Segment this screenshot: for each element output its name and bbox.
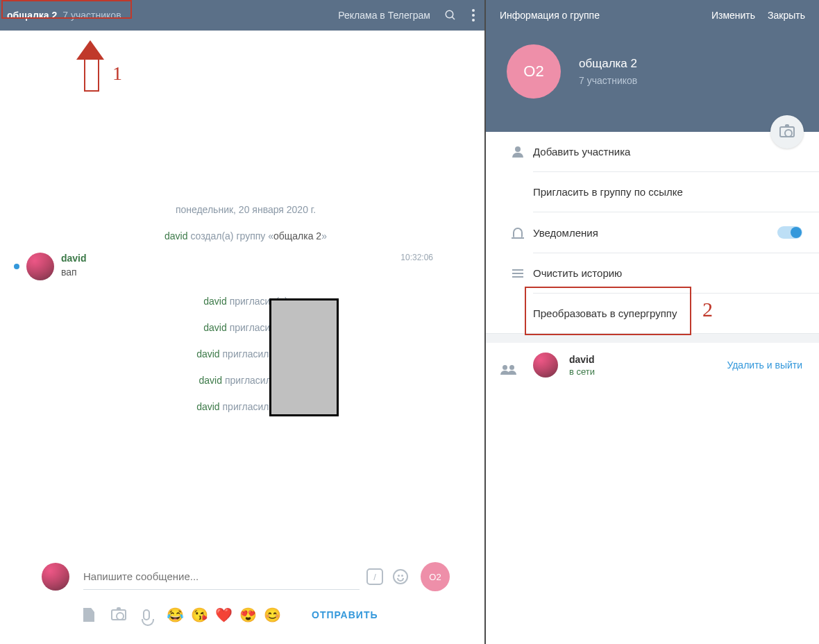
- convert-supergroup-row[interactable]: Преобразовать в супергруппу: [486, 294, 819, 333]
- emoji-item[interactable]: 😊: [264, 607, 281, 623]
- chat-body: понедельник, 20 января 2020 г. david соз…: [0, 31, 484, 555]
- more-options-icon[interactable]: [469, 6, 478, 24]
- info-panel-title: Информация о группе: [500, 10, 699, 21]
- avatar[interactable]: [42, 563, 69, 591]
- clear-history-row[interactable]: Очистить историю: [486, 253, 819, 293]
- emoji-item[interactable]: 😂: [167, 607, 184, 623]
- group-members-count: 7 участников: [579, 75, 637, 86]
- system-invite: david пригласил(а): [42, 322, 450, 333]
- date-separator: понедельник, 20 января 2020 г.: [42, 204, 450, 215]
- attach-file-icon[interactable]: [83, 608, 94, 622]
- member-name: david: [569, 354, 727, 365]
- emoji-picker-icon[interactable]: [393, 569, 408, 584]
- member-status: в сети: [569, 366, 727, 377]
- system-invite: david пригласил(а): [42, 296, 450, 307]
- chat-members-count: 7 участников: [62, 10, 121, 21]
- menu-icon: [503, 269, 533, 278]
- bell-icon: [503, 228, 533, 237]
- annotation-number-1: 1: [112, 62, 122, 85]
- notifications-toggle[interactable]: [777, 226, 802, 239]
- svg-line-1: [452, 17, 455, 19]
- avatar[interactable]: [533, 353, 558, 378]
- close-button[interactable]: Закрыть: [768, 10, 805, 21]
- message-input[interactable]: [83, 564, 360, 590]
- chat-title: общалка 2: [7, 10, 57, 21]
- leave-group-link[interactable]: Удалить и выйти: [727, 359, 802, 371]
- annotation-number-2: 2: [702, 298, 713, 321]
- message-author[interactable]: david: [61, 253, 450, 264]
- quick-emoji-row: 😂 😘 ❤️ 😍 😊: [167, 607, 281, 623]
- invite-link-row[interactable]: Пригласить в группу по ссылке: [486, 172, 819, 212]
- camera-icon[interactable]: [111, 609, 126, 620]
- annotation-arrow: 1: [76, 40, 122, 90]
- system-invite: david пригласил(а) м: [42, 375, 450, 386]
- member-row[interactable]: david в сети Удалить и выйти: [486, 343, 819, 387]
- edit-button[interactable]: Изменить: [711, 10, 755, 21]
- microphone-icon[interactable]: [143, 609, 150, 620]
- notifications-row[interactable]: Уведомления: [486, 212, 819, 253]
- system-invite: david пригласил(а) Vk: [42, 401, 450, 412]
- unread-dot-icon: [14, 264, 19, 269]
- chat-header[interactable]: общалка 2 7 участников Реклама в Телегра…: [0, 0, 484, 31]
- set-photo-button[interactable]: [770, 115, 804, 149]
- emoji-item[interactable]: ❤️: [215, 607, 233, 623]
- emoji-item[interactable]: 😘: [191, 607, 208, 623]
- avatar[interactable]: [26, 253, 54, 280]
- commands-icon[interactable]: /: [366, 568, 383, 585]
- search-icon[interactable]: [444, 9, 457, 22]
- compose-area: / О2 😂 😘 ❤️ 😍 😊 ОТПРАВИТЬ: [0, 555, 484, 644]
- info-header: Информация о группе Изменить Закрыть: [486, 0, 819, 31]
- group-badge[interactable]: О2: [421, 562, 450, 591]
- emoji-item[interactable]: 😍: [239, 607, 257, 623]
- header-ad-text[interactable]: Реклама в Телеграм: [338, 10, 430, 21]
- system-invite: david пригласил(а) Vk: [42, 348, 450, 359]
- person-icon: [503, 146, 533, 158]
- group-name: общалка 2: [579, 57, 637, 71]
- group-info-panel: Информация о группе Изменить Закрыть О2 …: [486, 0, 819, 644]
- send-button[interactable]: ОТПРАВИТЬ: [312, 609, 378, 620]
- info-hero: О2 общалка 2 7 участников: [486, 31, 819, 132]
- svg-point-0: [446, 10, 453, 18]
- message-text: вап: [61, 266, 450, 278]
- redacted-overlay: [269, 298, 339, 416]
- message-time: 10:32:06: [400, 253, 433, 262]
- message-row: david вап 10:32:06: [14, 253, 450, 280]
- camera-icon: [779, 126, 795, 137]
- system-created-group: david создал(а) группу «общалка 2»: [42, 230, 450, 242]
- add-member-row[interactable]: Добавить участника: [486, 132, 819, 171]
- group-avatar[interactable]: О2: [507, 44, 561, 99]
